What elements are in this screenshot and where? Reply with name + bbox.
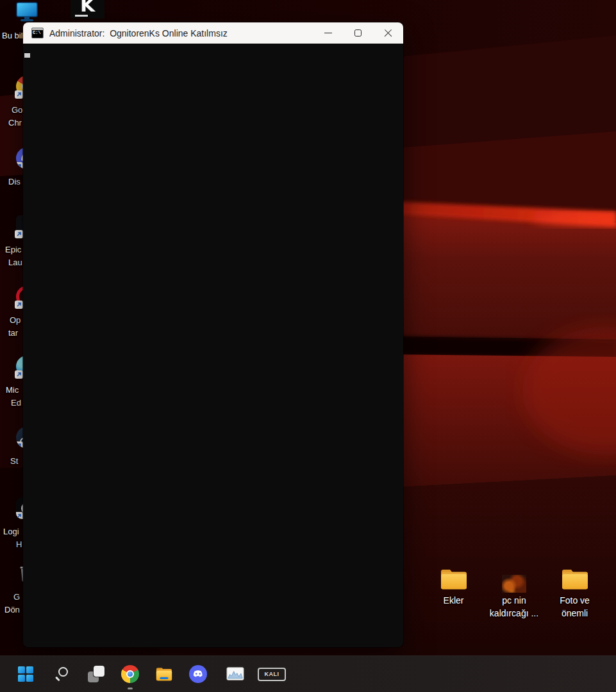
desktop-label: Logi	[3, 527, 19, 537]
taskbar-kali-button[interactable]: KALI	[258, 665, 286, 683]
folder-icon	[561, 568, 589, 591]
windows-start-icon	[17, 666, 34, 682]
taskbar-file-explorer-button[interactable]	[155, 665, 173, 683]
close-button[interactable]	[373, 22, 403, 44]
discord-icon	[189, 665, 207, 683]
taskbar-task-manager-button[interactable]	[226, 665, 244, 683]
desktop-label: Go	[12, 105, 22, 115]
desktop-label: Epic	[5, 245, 21, 255]
desktop-icon-foto-ve-onemli[interactable]: Foto ve önemli	[550, 568, 599, 625]
console-cursor	[24, 53, 30, 58]
shortcut-arrow-icon	[15, 90, 23, 99]
shortcut-arrow-icon	[15, 370, 23, 379]
maximize-icon	[354, 29, 362, 37]
folder-icon	[440, 568, 468, 591]
chrome-running-indicator	[128, 688, 133, 689]
desktop-label: Ekler	[444, 595, 464, 606]
this-pc-icon	[15, 1, 38, 23]
desktop-label: G	[13, 592, 20, 602]
file-explorer-icon	[155, 666, 173, 682]
minimize-button[interactable]	[313, 22, 343, 44]
taskbar-discord-button[interactable]	[189, 665, 207, 683]
desktop-label: kaldırcağı ...	[490, 608, 538, 618]
maximize-button[interactable]	[343, 22, 373, 44]
start-button[interactable]	[17, 665, 35, 683]
desktop-label: Op	[10, 315, 21, 325]
console-window[interactable]: C:\ Administrator: OgnitorenKs Online Ka…	[23, 22, 403, 647]
shortcut-arrow-icon	[16, 441, 23, 449]
chrome-icon	[121, 665, 139, 683]
cmd-icon: C:\	[31, 28, 44, 38]
k-app-underline	[75, 15, 88, 17]
desktop-label: Ed	[11, 398, 21, 408]
desktop-label: Mic	[6, 385, 19, 395]
desktop-label: Lau	[8, 258, 22, 268]
k-app-icon: K	[80, 0, 95, 15]
shortcut-arrow-icon	[15, 301, 23, 309]
task-manager-icon	[226, 666, 244, 682]
kali-icon: KALI	[258, 668, 286, 681]
close-icon	[384, 29, 392, 37]
desktop-label: Foto ve	[560, 595, 590, 606]
shortcut-arrow-icon	[16, 162, 23, 169]
kali-label: KALI	[265, 671, 279, 677]
minimize-icon	[324, 33, 332, 33]
cmd-icon-text: C:\	[33, 30, 41, 36]
desktop-label: H	[16, 540, 22, 550]
desktop-screen: Bu bil Go Chr Dis E	[0, 0, 616, 692]
task-view-button[interactable]	[87, 665, 105, 683]
desktop-icon-ekler[interactable]: Ekler	[429, 568, 478, 619]
desktop-label: önemli	[562, 608, 588, 618]
desktop-icon-k-app[interactable]: K	[71, 0, 104, 19]
desktop-label: Chr	[8, 118, 22, 128]
taskbar: KALI	[0, 655, 616, 692]
search-icon	[53, 666, 69, 682]
desktop-icon-pc-nin-image[interactable]: pc nin kaldırcağı ...	[486, 568, 542, 625]
taskbar-chrome-button[interactable]	[121, 665, 139, 683]
console-output-area[interactable]	[23, 44, 403, 647]
desktop-label: tar	[8, 328, 18, 338]
shortcut-arrow-icon	[15, 230, 23, 238]
task-view-icon	[88, 666, 104, 682]
window-controls	[313, 22, 403, 44]
shortcut-arrow-icon	[16, 512, 23, 519]
window-titlebar[interactable]: C:\ Administrator: OgnitorenKs Online Ka…	[23, 22, 403, 44]
image-thumbnail-icon	[502, 575, 526, 593]
desktop-label: Bu bil	[2, 31, 23, 41]
desktop-label: Dis	[8, 177, 21, 187]
desktop-label: Dön	[4, 605, 20, 615]
window-title: Administrator: OgnitorenKs Online Katılm…	[49, 28, 313, 38]
desktop-label: St	[10, 456, 18, 466]
desktop-label: pc nin	[502, 595, 526, 606]
search-button[interactable]	[52, 665, 70, 683]
